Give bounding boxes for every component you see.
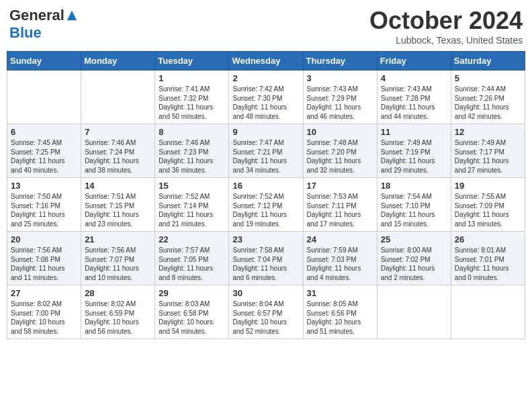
day-number: 26 <box>455 234 521 244</box>
day-info: Sunrise: 8:02 AMSunset: 7:00 PMDaylight:… <box>11 300 77 336</box>
day-number: 20 <box>11 234 77 244</box>
calendar-day-cell: 13Sunrise: 7:50 AMSunset: 7:16 PMDayligh… <box>7 178 81 232</box>
weekday-header-friday: Friday <box>377 52 451 71</box>
day-info: Sunrise: 7:52 AMSunset: 7:12 PMDaylight:… <box>232 192 299 228</box>
weekday-header-thursday: Thursday <box>303 52 377 71</box>
day-number: 13 <box>11 181 77 191</box>
day-info: Sunrise: 7:56 AMSunset: 7:08 PMDaylight:… <box>11 246 77 282</box>
day-number: 31 <box>307 288 373 298</box>
day-number: 16 <box>232 181 299 191</box>
calendar-day-cell: 23Sunrise: 7:58 AMSunset: 7:04 PMDayligh… <box>229 232 303 285</box>
day-info: Sunrise: 7:49 AMSunset: 7:17 PMDaylight:… <box>455 138 521 175</box>
day-number: 22 <box>159 234 225 244</box>
day-info: Sunrise: 8:02 AMSunset: 6:59 PMDaylight:… <box>85 300 151 336</box>
day-info: Sunrise: 7:52 AMSunset: 7:14 PMDaylight:… <box>159 192 225 228</box>
calendar-day-cell: 22Sunrise: 7:57 AMSunset: 7:05 PMDayligh… <box>155 232 229 285</box>
calendar-day-cell <box>451 285 525 339</box>
day-number: 18 <box>381 181 447 191</box>
day-info: Sunrise: 7:45 AMSunset: 7:25 PMDaylight:… <box>11 138 77 175</box>
day-info: Sunrise: 7:57 AMSunset: 7:05 PMDaylight:… <box>159 246 225 282</box>
calendar-day-cell: 27Sunrise: 8:02 AMSunset: 7:00 PMDayligh… <box>7 285 81 339</box>
calendar-day-cell: 14Sunrise: 7:51 AMSunset: 7:15 PMDayligh… <box>81 178 155 232</box>
calendar-day-cell: 10Sunrise: 7:48 AMSunset: 7:20 PMDayligh… <box>303 124 377 178</box>
calendar-day-cell: 5Sunrise: 7:44 AMSunset: 7:26 PMDaylight… <box>451 71 525 124</box>
calendar-day-cell: 7Sunrise: 7:46 AMSunset: 7:24 PMDaylight… <box>81 124 155 178</box>
calendar-day-cell: 4Sunrise: 7:43 AMSunset: 7:28 PMDaylight… <box>377 71 451 124</box>
calendar-day-cell: 28Sunrise: 8:02 AMSunset: 6:59 PMDayligh… <box>81 285 155 339</box>
day-number: 4 <box>381 73 447 83</box>
calendar-day-cell <box>377 285 451 339</box>
day-info: Sunrise: 8:01 AMSunset: 7:01 PMDaylight:… <box>455 246 521 282</box>
day-number: 10 <box>307 127 373 137</box>
day-number: 5 <box>455 73 521 83</box>
calendar-day-cell <box>7 71 81 124</box>
calendar-day-cell: 11Sunrise: 7:49 AMSunset: 7:19 PMDayligh… <box>377 124 451 178</box>
calendar-day-cell <box>81 71 155 124</box>
day-info: Sunrise: 8:04 AMSunset: 6:57 PMDaylight:… <box>232 300 299 336</box>
calendar-day-cell: 25Sunrise: 8:00 AMSunset: 7:02 PMDayligh… <box>377 232 451 285</box>
day-info: Sunrise: 7:59 AMSunset: 7:03 PMDaylight:… <box>307 246 373 282</box>
calendar-day-cell: 31Sunrise: 8:05 AMSunset: 6:56 PMDayligh… <box>303 285 377 339</box>
calendar-week-row: 1Sunrise: 7:41 AMSunset: 7:32 PMDaylight… <box>7 71 525 124</box>
day-info: Sunrise: 8:05 AMSunset: 6:56 PMDaylight:… <box>307 300 373 336</box>
logo-blue-text: Blue <box>9 24 42 42</box>
calendar-week-row: 20Sunrise: 7:56 AMSunset: 7:08 PMDayligh… <box>7 232 525 285</box>
calendar-day-cell: 9Sunrise: 7:47 AMSunset: 7:21 PMDaylight… <box>229 124 303 178</box>
day-info: Sunrise: 7:44 AMSunset: 7:26 PMDaylight:… <box>455 85 521 121</box>
weekday-header-wednesday: Wednesday <box>229 52 303 71</box>
weekday-header-tuesday: Tuesday <box>155 52 229 71</box>
calendar-day-cell: 3Sunrise: 7:43 AMSunset: 7:29 PMDaylight… <box>303 71 377 124</box>
day-info: Sunrise: 7:42 AMSunset: 7:30 PMDaylight:… <box>232 85 299 121</box>
day-info: Sunrise: 7:47 AMSunset: 7:21 PMDaylight:… <box>232 138 299 175</box>
location-text: Lubbock, Texas, United States <box>369 35 523 46</box>
day-number: 30 <box>232 288 299 298</box>
day-number: 1 <box>159 73 225 83</box>
day-info: Sunrise: 7:58 AMSunset: 7:04 PMDaylight:… <box>232 246 299 282</box>
day-info: Sunrise: 7:41 AMSunset: 7:32 PMDaylight:… <box>159 85 225 121</box>
calendar-week-row: 6Sunrise: 7:45 AMSunset: 7:25 PMDaylight… <box>7 124 525 178</box>
day-number: 2 <box>232 73 299 83</box>
calendar-day-cell: 24Sunrise: 7:59 AMSunset: 7:03 PMDayligh… <box>303 232 377 285</box>
day-number: 12 <box>455 127 521 137</box>
calendar-day-cell: 6Sunrise: 7:45 AMSunset: 7:25 PMDaylight… <box>7 124 81 178</box>
calendar-day-cell: 16Sunrise: 7:52 AMSunset: 7:12 PMDayligh… <box>229 178 303 232</box>
day-number: 21 <box>85 234 151 244</box>
day-info: Sunrise: 7:43 AMSunset: 7:28 PMDaylight:… <box>381 85 447 121</box>
day-number: 7 <box>85 127 151 137</box>
day-number: 24 <box>307 234 373 244</box>
weekday-header-saturday: Saturday <box>451 52 525 71</box>
day-number: 25 <box>381 234 447 244</box>
calendar-day-cell: 8Sunrise: 7:46 AMSunset: 7:23 PMDaylight… <box>155 124 229 178</box>
calendar-header-row: SundayMondayTuesdayWednesdayThursdayFrid… <box>7 52 525 71</box>
day-info: Sunrise: 7:46 AMSunset: 7:24 PMDaylight:… <box>85 138 151 175</box>
day-number: 28 <box>85 288 151 298</box>
calendar-day-cell: 30Sunrise: 8:04 AMSunset: 6:57 PMDayligh… <box>229 285 303 339</box>
day-info: Sunrise: 8:00 AMSunset: 7:02 PMDaylight:… <box>381 246 447 282</box>
calendar-day-cell: 26Sunrise: 8:01 AMSunset: 7:01 PMDayligh… <box>451 232 525 285</box>
calendar-day-cell: 18Sunrise: 7:54 AMSunset: 7:10 PMDayligh… <box>377 178 451 232</box>
month-title: October 2024 <box>369 7 523 35</box>
title-block: October 2024 Lubbock, Texas, United Stat… <box>369 7 523 46</box>
day-info: Sunrise: 7:48 AMSunset: 7:20 PMDaylight:… <box>307 138 373 175</box>
day-info: Sunrise: 7:55 AMSunset: 7:09 PMDaylight:… <box>455 192 521 228</box>
day-number: 9 <box>232 127 299 137</box>
calendar-day-cell: 21Sunrise: 7:56 AMSunset: 7:07 PMDayligh… <box>81 232 155 285</box>
day-number: 27 <box>11 288 77 298</box>
calendar-day-cell: 1Sunrise: 7:41 AMSunset: 7:32 PMDaylight… <box>155 71 229 124</box>
day-number: 23 <box>232 234 299 244</box>
day-number: 17 <box>307 181 373 191</box>
day-number: 3 <box>307 73 373 83</box>
day-number: 15 <box>159 181 225 191</box>
day-info: Sunrise: 8:03 AMSunset: 6:58 PMDaylight:… <box>159 300 225 336</box>
day-number: 14 <box>85 181 151 191</box>
day-info: Sunrise: 7:43 AMSunset: 7:29 PMDaylight:… <box>307 85 373 121</box>
calendar-week-row: 27Sunrise: 8:02 AMSunset: 7:00 PMDayligh… <box>7 285 525 339</box>
logo-icon <box>66 9 78 21</box>
day-number: 19 <box>455 181 521 191</box>
day-info: Sunrise: 7:51 AMSunset: 7:15 PMDaylight:… <box>85 192 151 228</box>
calendar-week-row: 13Sunrise: 7:50 AMSunset: 7:16 PMDayligh… <box>7 178 525 232</box>
calendar-day-cell: 19Sunrise: 7:55 AMSunset: 7:09 PMDayligh… <box>451 178 525 232</box>
day-number: 29 <box>159 288 225 298</box>
weekday-header-sunday: Sunday <box>7 52 81 71</box>
weekday-header-monday: Monday <box>81 52 155 71</box>
